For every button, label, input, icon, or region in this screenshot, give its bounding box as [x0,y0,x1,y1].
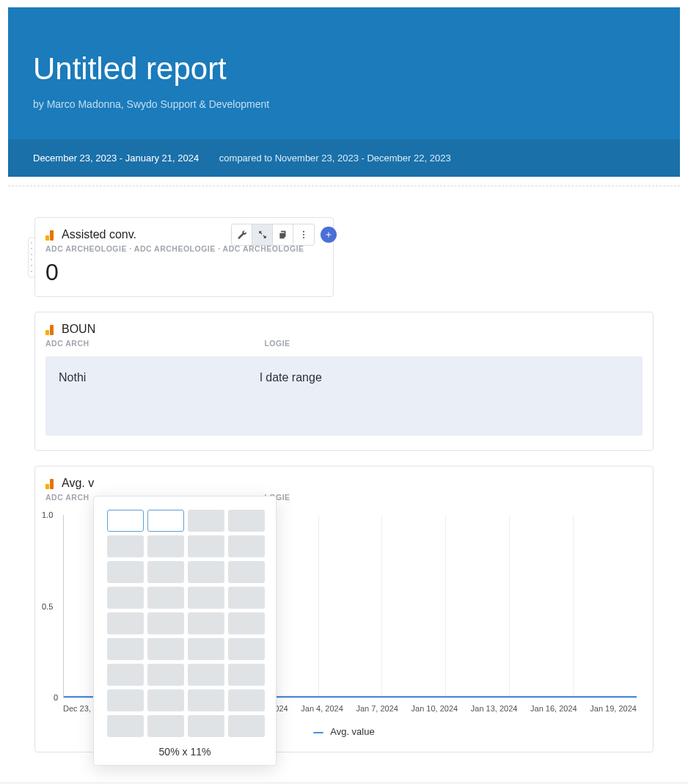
x-tick: Jan 13, 2024 [471,704,518,713]
size-cell[interactable] [147,510,184,532]
subtitle-right: LOGIE [264,339,290,348]
size-cell[interactable] [228,535,265,557]
size-cell[interactable] [107,510,144,532]
svg-point-2 [303,237,304,238]
info-left: Nothi [59,371,86,384]
legend-label: Avg. value [330,726,374,737]
info-message: Nothi l date range [45,356,643,436]
size-cell[interactable] [107,689,144,711]
svg-point-1 [303,234,304,235]
size-cell[interactable] [228,715,265,737]
duplicate-button[interactable] [273,224,293,245]
size-cell[interactable] [188,510,224,532]
size-cell[interactable] [147,587,184,609]
size-cell[interactable] [188,535,224,557]
size-cell[interactable] [107,715,144,737]
report-header: Untitled report by Marco Madonna, Swydo … [8,7,680,139]
size-cell[interactable] [107,535,144,557]
size-cell[interactable] [107,561,144,583]
report-body: Assisted conv. ADC ARCHEOLOGIE · ADC ARC… [8,188,680,782]
add-widget-button[interactable] [321,227,337,243]
size-cell[interactable] [228,612,265,634]
svg-point-0 [303,231,304,232]
widget-title: BOUN [62,323,95,336]
date-range: December 23, 2023 - January 21, 2024 [33,153,199,164]
size-cell[interactable] [188,689,224,711]
info-right: l date range [260,371,322,384]
size-cell[interactable] [147,689,184,711]
size-readout: 50% x 11% [107,746,263,758]
report-title: Untitled report [33,51,655,87]
subtitle-left: ADC ARCH [45,493,89,502]
plus-circle-icon [324,230,333,239]
resize-button[interactable] [252,224,273,245]
size-cell[interactable] [147,715,184,737]
widget-title: Avg. v [62,477,94,490]
toolbar-group [231,224,315,246]
report-byline: by Marco Madonna, Swydo Support & Develo… [33,98,655,110]
wrench-icon [237,230,247,240]
size-cell[interactable] [188,612,224,634]
size-cell[interactable] [188,587,224,609]
google-analytics-icon [45,323,57,335]
settings-button[interactable] [232,224,252,245]
size-cell[interactable] [228,510,265,532]
size-cell[interactable] [228,561,265,583]
size-cell[interactable] [188,664,224,686]
size-cell[interactable] [188,561,224,583]
google-analytics-icon [45,229,57,241]
widget-assisted-conv[interactable]: Assisted conv. ADC ARCHEOLOGIE · ADC ARC… [34,217,334,297]
x-tick: Jan 4, 2024 [301,704,343,713]
size-cell[interactable] [228,587,265,609]
size-cell[interactable] [228,638,265,660]
size-cell[interactable] [107,664,144,686]
size-cell[interactable] [107,638,144,660]
size-cell[interactable] [107,612,144,634]
google-analytics-icon [45,477,57,489]
widget-subtitle: ADC ARCH LOGIE [45,339,643,348]
date-range-bar: December 23, 2023 - January 21, 2024 com… [8,139,680,177]
resize-popover[interactable]: 50% x 11% [93,496,277,766]
copy-icon [278,230,288,240]
subtitle-left: ADC ARCH [45,339,89,348]
kpi-value: 0 [45,259,323,286]
x-tick: Jan 10, 2024 [411,704,458,713]
x-tick: Jan 7, 2024 [356,704,398,713]
size-cell[interactable] [147,561,184,583]
size-cell[interactable] [147,664,184,686]
more-vertical-icon [299,230,309,240]
y-tick: 0.5 [42,602,53,611]
y-tick: 1.0 [42,510,53,519]
y-tick: 0 [54,693,58,702]
x-tick: Jan 16, 2024 [530,704,577,713]
compare-range: compared to November 23, 2023 - December… [219,153,451,164]
report-canvas: Untitled report by Marco Madonna, Swydo … [0,0,688,782]
size-cell[interactable] [147,612,184,634]
widget-toolbar [231,224,337,246]
size-cell[interactable] [107,587,144,609]
size-cell[interactable] [228,689,265,711]
widget-title: Assisted conv. [62,228,136,241]
size-cell[interactable] [147,535,184,557]
size-grid-picker[interactable] [107,510,263,737]
expand-icon [257,230,268,240]
size-cell[interactable] [188,638,224,660]
x-tick: Jan 19, 2024 [590,704,637,713]
legend-swatch [313,732,323,733]
size-cell[interactable] [228,664,265,686]
size-cell[interactable] [147,638,184,660]
size-cell[interactable] [188,715,224,737]
widget-bounce[interactable]: BOUN ADC ARCH LOGIE Nothi l date range [34,312,654,451]
more-button[interactable] [293,224,314,245]
drag-handle[interactable] [28,237,35,278]
